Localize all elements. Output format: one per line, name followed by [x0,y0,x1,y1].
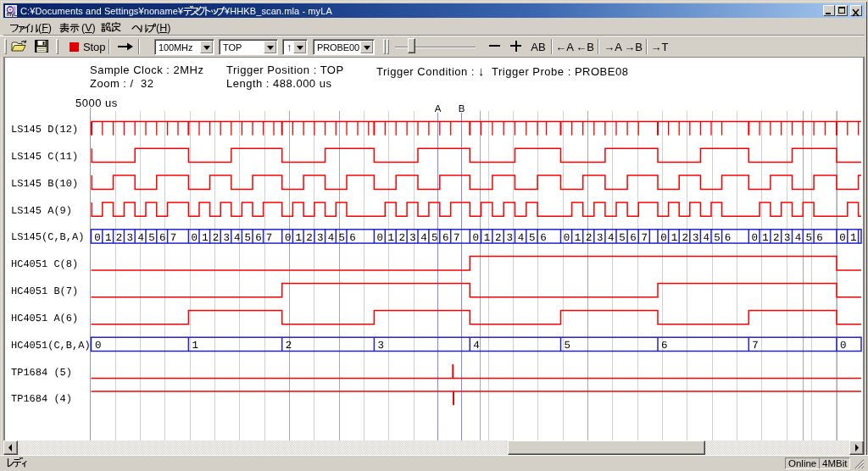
svg-text:3: 3 [597,232,604,244]
svg-text:1: 1 [575,232,581,244]
svg-text:4: 4 [137,232,144,244]
svg-text:6: 6 [159,232,166,244]
svg-text:A: A [435,104,442,114]
svg-text:0: 0 [285,232,292,244]
svg-text:2: 2 [586,232,593,244]
svg-text:HC4051 C(8): HC4051 C(8) [11,258,78,270]
svg-text:TP1684 (4): TP1684 (4) [11,393,72,405]
svg-text:4: 4 [704,232,710,244]
svg-text:1: 1 [762,232,769,244]
svg-text:3: 3 [377,340,384,352]
svg-text:4: 4 [518,232,525,244]
svg-text:6: 6 [725,232,732,244]
svg-text:HC4051(C,B,A): HC4051(C,B,A) [11,340,91,352]
svg-text:5: 5 [806,232,813,244]
svg-text:HC4051 B(7): HC4051 B(7) [11,285,78,297]
svg-text:3: 3 [223,232,230,244]
svg-text:0: 0 [377,232,384,244]
svg-text:LS145 D(12): LS145 D(12) [11,124,78,136]
svg-text:3: 3 [506,232,513,244]
svg-text:0: 0 [94,232,101,244]
svg-text:3: 3 [409,232,416,244]
svg-text:1: 1 [850,232,857,244]
svg-text:4: 4 [420,232,427,244]
svg-text:0: 0 [752,232,759,244]
svg-text:0: 0 [840,340,847,352]
svg-text:0: 0 [192,232,198,244]
svg-text:6: 6 [630,232,637,244]
svg-text:5: 5 [431,232,438,244]
svg-text:0: 0 [95,340,102,352]
svg-text:5: 5 [529,232,536,244]
svg-text:2: 2 [773,232,780,244]
svg-text:7: 7 [170,232,177,244]
svg-text:5: 5 [245,232,252,244]
svg-text:4: 4 [608,232,615,244]
svg-text:6: 6 [255,232,262,244]
svg-text:2: 2 [682,232,688,244]
svg-text:HC4051 A(6): HC4051 A(6) [11,313,78,324]
svg-text:5: 5 [339,232,346,244]
svg-text:7: 7 [752,340,759,352]
svg-text:7: 7 [453,232,460,244]
svg-text:0: 0 [473,232,480,244]
svg-text:1: 1 [192,340,198,352]
svg-text:2: 2 [398,232,405,244]
svg-text:5: 5 [148,232,155,244]
svg-text:LS145(C,B,A): LS145(C,B,A) [11,231,84,243]
svg-text:1: 1 [296,232,303,244]
svg-text:4: 4 [473,340,480,352]
svg-text:LS145 A(9): LS145 A(9) [11,205,72,217]
svg-text:4: 4 [795,232,802,244]
svg-text:5: 5 [619,232,626,244]
svg-text:2: 2 [286,340,292,352]
svg-text:6: 6 [816,232,823,244]
svg-text:7: 7 [266,232,273,244]
svg-text:3: 3 [784,232,791,244]
svg-text:1: 1 [105,232,112,244]
svg-text:TP1684 (5): TP1684 (5) [11,367,72,379]
svg-text:3: 3 [317,232,324,244]
svg-text:3: 3 [127,232,134,244]
svg-text:4: 4 [328,232,335,244]
svg-text:6: 6 [442,232,449,244]
svg-text:6: 6 [661,340,668,352]
svg-text:1: 1 [484,232,491,244]
svg-text:1: 1 [202,232,209,244]
svg-text:2: 2 [495,232,502,244]
svg-text:4: 4 [234,232,241,244]
svg-text:5: 5 [714,232,721,244]
svg-text:2: 2 [306,232,313,244]
svg-text:1: 1 [671,232,678,244]
svg-text:6: 6 [349,232,356,244]
svg-text:0: 0 [660,232,667,244]
svg-text:2: 2 [116,232,123,244]
svg-text:0: 0 [564,232,570,244]
svg-text:2: 2 [213,232,220,244]
svg-text:6: 6 [540,232,547,244]
svg-text:B: B [459,104,465,114]
svg-text:3: 3 [693,232,699,244]
svg-text:LS145 C(11): LS145 C(11) [11,151,78,163]
svg-text:7: 7 [641,232,648,244]
svg-text:0: 0 [839,232,846,244]
svg-text:5: 5 [565,340,571,352]
svg-text:1: 1 [388,232,395,244]
svg-text:LS145 B(10): LS145 B(10) [11,178,78,190]
